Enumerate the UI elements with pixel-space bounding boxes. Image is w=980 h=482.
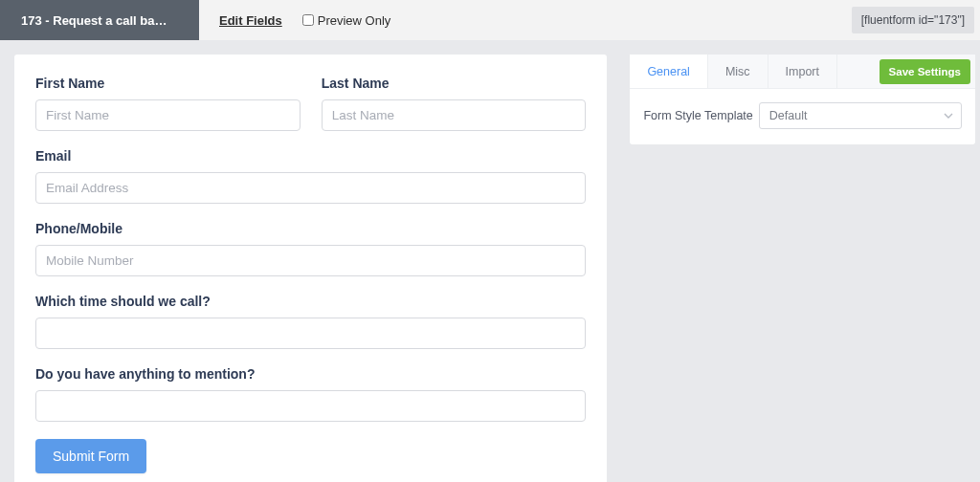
tab-general[interactable]: General [630,55,707,88]
style-template-select[interactable]: Default [759,102,962,129]
main-area: First Name Last Name Email Phone/Mobile … [0,40,980,482]
settings-body: Form Style Template Default [630,89,975,144]
phone-group: Phone/Mobile [35,221,586,276]
top-bar: 173 - Request a call ba… Edit Fields Pre… [0,0,980,40]
edit-fields-link[interactable]: Edit Fields [199,13,302,28]
tab-import[interactable]: Import [768,55,837,88]
call-time-label: Which time should we call? [35,294,586,309]
last-name-label: Last Name [322,76,587,91]
call-time-input[interactable] [35,318,586,349]
call-time-group: Which time should we call? [35,294,586,349]
email-input[interactable] [35,172,586,204]
form-shortcode[interactable]: [fluentform id="173"] [852,7,974,33]
form-title-text: 173 - Request a call ba… [21,13,167,28]
message-group: Do you have anything to mention? [35,366,586,422]
email-group: Email [35,148,586,204]
preview-only-checkbox[interactable] [302,14,314,26]
first-name-input[interactable] [35,99,301,131]
submit-button[interactable]: Submit Form [35,439,146,473]
style-template-value: Default [759,102,962,129]
save-settings-button[interactable]: Save Settings [880,59,970,84]
last-name-group: Last Name [322,76,587,131]
form-preview-panel: First Name Last Name Email Phone/Mobile … [14,55,607,482]
settings-tabs: General Misc Import Save Settings [630,55,975,89]
settings-panel: General Misc Import Save Settings Form S… [630,55,975,144]
tab-misc[interactable]: Misc [708,55,768,88]
form-title-tab[interactable]: 173 - Request a call ba… [0,0,199,40]
phone-label: Phone/Mobile [35,221,586,236]
preview-only-label: Preview Only [318,13,391,28]
phone-input[interactable] [35,245,586,276]
preview-only-toggle[interactable]: Preview Only [302,13,391,28]
email-label: Email [35,148,586,164]
first-name-group: First Name [35,76,301,131]
style-template-label: Form Style Template [643,109,752,122]
last-name-input[interactable] [322,99,587,131]
message-input[interactable] [35,390,586,422]
first-name-label: First Name [35,76,301,91]
name-row: First Name Last Name [35,76,586,148]
message-label: Do you have anything to mention? [35,366,586,382]
